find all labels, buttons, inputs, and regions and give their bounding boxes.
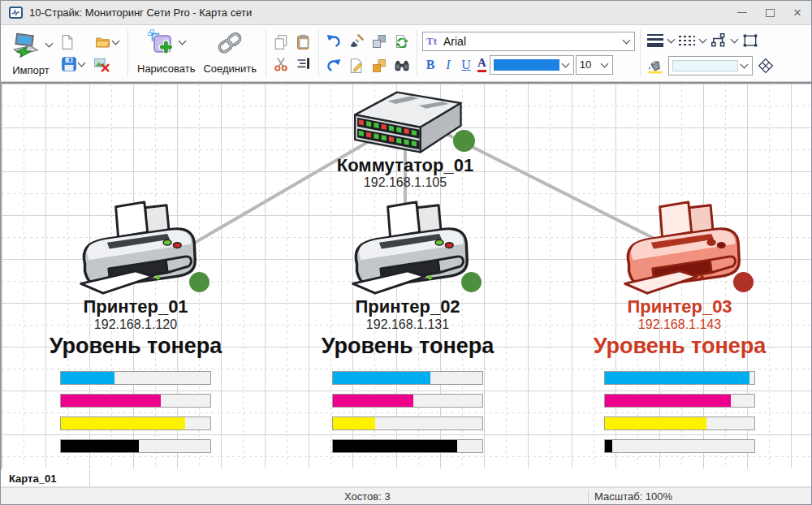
chevron-down-icon <box>623 36 631 44</box>
delete-map-button[interactable] <box>92 54 111 74</box>
redo-icon <box>326 58 342 74</box>
brush-icon <box>348 33 365 50</box>
font-family-select[interactable]: Tt Arial <box>422 32 635 51</box>
frame-rect-icon <box>742 32 758 49</box>
toner-bar-black <box>60 439 211 453</box>
open-map-button[interactable] <box>92 32 123 52</box>
arrange-button[interactable] <box>294 54 313 74</box>
hatch-button[interactable] <box>756 56 775 76</box>
node-name: Принтер_03 <box>558 296 801 317</box>
toner-title: Уровень тонера <box>14 334 257 359</box>
font-icon: Tt <box>426 35 437 48</box>
minimize-button[interactable] <box>728 1 756 24</box>
connect-button[interactable]: Соединить <box>199 28 261 76</box>
draw-shape-icon <box>146 29 175 55</box>
node-ip: 192.168.1.105 <box>283 175 527 190</box>
find-button[interactable] <box>392 56 412 76</box>
font-size-select[interactable]: 10 <box>576 55 613 75</box>
undo-icon <box>326 33 342 50</box>
bring-forward-icon <box>371 33 387 50</box>
frame-button[interactable] <box>741 31 760 50</box>
chain-link-icon <box>216 29 244 55</box>
cut-button[interactable] <box>271 54 291 74</box>
hosts-count: Хостов: 3 <box>344 490 391 503</box>
toner-bar-yellow <box>604 417 755 430</box>
toner-fill <box>605 372 749 384</box>
new-map-button[interactable] <box>58 32 77 52</box>
close-button[interactable]: × <box>784 1 811 24</box>
scissors-icon <box>273 56 289 72</box>
fill-color-swatch <box>672 60 738 71</box>
chevron-down-icon <box>45 39 54 47</box>
toner-bar-cyan <box>60 371 211 385</box>
switch-node[interactable]: Коммутатор_01 192.168.1.105 <box>283 85 527 191</box>
printer-node-1[interactable]: Принтер_01 192.168.1.120 Уровень тонера <box>14 197 257 457</box>
toner-fill <box>333 395 413 407</box>
text-color-swatch <box>494 59 559 71</box>
node-ip: 192.168.1.120 <box>14 317 257 332</box>
paste-icon <box>296 34 312 50</box>
app-icon <box>9 6 23 19</box>
copy-button[interactable] <box>271 32 291 52</box>
font-size-value: 10 <box>580 58 591 71</box>
line-style-icon <box>679 36 695 45</box>
hatch-pattern-icon <box>758 58 774 74</box>
line-width-select[interactable] <box>646 31 665 50</box>
chevron-down-icon <box>178 37 186 45</box>
draw-label: Нарисовать <box>137 63 195 75</box>
chevron-down-icon <box>561 59 569 67</box>
draw-button[interactable]: Нарисовать <box>133 28 199 76</box>
line-style-select[interactable] <box>677 31 697 50</box>
chevron-down-icon <box>741 61 749 69</box>
font-color-button[interactable]: A <box>477 57 486 72</box>
toner-bar-cyan <box>332 371 483 385</box>
text-color-select[interactable] <box>490 55 574 75</box>
save-floppy-icon <box>61 56 77 72</box>
redo-button[interactable] <box>324 56 343 76</box>
send-backward-button[interactable] <box>369 56 389 76</box>
toolbar: Импорт <box>1 25 811 82</box>
switch-icon <box>342 85 468 160</box>
chevron-down-icon <box>600 59 608 67</box>
toner-fill <box>605 440 612 452</box>
maximize-button[interactable] <box>756 1 784 24</box>
printer-node-2[interactable]: Принтер_02 192.168.1.131 Уровень тонера <box>286 197 529 457</box>
undo-button[interactable] <box>324 32 343 51</box>
paste-button[interactable] <box>294 32 313 52</box>
map-tab[interactable]: Карта_01 <box>1 470 90 486</box>
bold-button[interactable]: B <box>422 58 438 72</box>
title-bar: 10-Страйк: Мониторинг Сети Pro - Карта с… <box>1 1 811 25</box>
open-folder-icon <box>95 34 111 50</box>
copy-icon <box>273 34 289 50</box>
edit-style-button[interactable] <box>347 56 366 76</box>
toner-fill <box>61 395 161 407</box>
chevron-down-icon <box>111 37 119 45</box>
bring-forward-button[interactable] <box>369 32 389 51</box>
status-icon <box>733 272 754 292</box>
printer-icon <box>339 197 477 299</box>
node-name: Принтер_01 <box>14 296 257 317</box>
status-bar: Хостов: 3 Масштаб: 100% <box>1 487 811 505</box>
toner-bar-yellow <box>60 417 211 430</box>
arrange-icon <box>296 56 312 72</box>
italic-button[interactable]: I <box>440 58 456 72</box>
fill-color-button[interactable] <box>646 56 665 76</box>
refresh-map-button[interactable] <box>392 32 412 51</box>
save-map-button[interactable] <box>58 54 89 74</box>
underline-button[interactable]: U <box>458 58 474 72</box>
import-button[interactable]: Импорт <box>4 29 58 78</box>
printer-node-3[interactable]: Принтер_03 192.168.1.143 Уровень тонера <box>558 197 801 457</box>
toner-bar-magenta <box>604 394 755 408</box>
chevron-down-icon <box>731 36 739 44</box>
binoculars-icon <box>394 58 410 74</box>
toner-fill <box>61 440 139 452</box>
connector-style-select[interactable] <box>709 31 728 50</box>
line-width-icon <box>647 34 663 48</box>
status-icon <box>461 272 482 292</box>
toner-fill <box>61 372 114 384</box>
network-canvas[interactable]: Коммутатор_01 192.168.1.105 Принтер_01 1… <box>1 82 812 470</box>
fill-color-select[interactable] <box>668 56 753 76</box>
delete-map-icon <box>93 56 110 72</box>
toner-bar-magenta <box>60 394 211 408</box>
format-brush-button[interactable] <box>347 32 366 51</box>
